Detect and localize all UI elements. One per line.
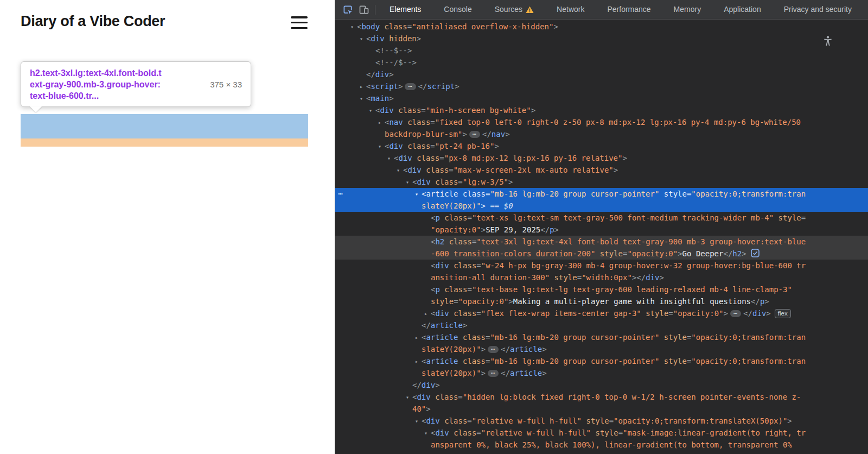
collapsed-content-button[interactable]: ⋯ (405, 83, 416, 90)
node-overflow-menu-icon[interactable]: ⋯ (338, 188, 343, 200)
flex-badge[interactable]: flex (775, 309, 791, 318)
syntax-tg: div (646, 273, 659, 282)
syntax-tg: article (426, 357, 458, 365)
disclosure-arrow-icon[interactable]: ▸ (360, 81, 366, 93)
syntax-at: class (431, 178, 458, 186)
tab-console[interactable]: Console (432, 0, 483, 20)
device-toolbar-button[interactable] (356, 0, 372, 20)
tree-node[interactable]: ▸<article class="mb-16 lg:mb-20 group cu… (335, 355, 868, 367)
tree-node[interactable]: <!--/$--> (335, 56, 868, 68)
tree-node[interactable]: 40"> (335, 403, 868, 415)
tree-node[interactable]: ▾<div hidden> (335, 33, 868, 45)
disclosure-arrow-icon[interactable]: ▾ (360, 93, 366, 105)
syntax-va: "min-h-screen bg-white" (426, 106, 531, 115)
tree-node[interactable]: slateY(20px)">⋯</article> (335, 343, 868, 355)
syntax-at: class (449, 309, 477, 318)
disclosure-arrow-icon[interactable]: ▾ (397, 165, 403, 176)
tab-sources[interactable]: Sources (483, 0, 545, 20)
tree-node[interactable]: ▾<div class="max-w-screen-2xl mx-auto re… (335, 164, 868, 176)
syntax-va: "text-3xl lg:text-4xl font-bold text-gra… (476, 237, 806, 246)
syntax-pu: </ (366, 70, 375, 79)
disclosure-arrow-icon[interactable]: ▸ (378, 117, 385, 129)
disclosure-arrow-icon[interactable]: ▾ (350, 21, 357, 33)
tree-node[interactable]: ▾<main> (335, 92, 868, 104)
syntax-pu: = (458, 393, 462, 401)
tree-node[interactable]: "opacity:0">SEP 29, 2025</p> (335, 224, 868, 236)
hovered-h2-node[interactable]: <h2 class="text-3xl lg:text-4xl font-bol… (335, 236, 868, 248)
syntax-pu: > (481, 201, 486, 210)
disclosure-arrow-icon[interactable]: ▾ (387, 153, 394, 165)
syntax-pu: </ (418, 82, 427, 91)
disclosure-arrow-icon[interactable]: ▸ (415, 332, 422, 344)
tooltip-selector-line: ext-gray-900.mb-3.group-hover: (30, 79, 162, 90)
tree-node[interactable]: ▸<article class="mb-16 lg:mb-20 group cu… (335, 331, 868, 343)
hamburger-menu-button[interactable] (291, 16, 308, 29)
tree-node[interactable]: ▾<div class="pt-24 pb-16"> (335, 140, 868, 152)
disclosure-arrow-icon[interactable]: ▾ (406, 392, 412, 403)
tree-node[interactable]: </div> (335, 68, 868, 80)
syntax-tg: div (422, 381, 435, 389)
tree-node[interactable]: ansparent 0%, black 25%, black 100%), li… (335, 439, 868, 451)
inspect-element-button[interactable] (340, 0, 356, 20)
disclosure-arrow-icon[interactable]: ▾ (360, 33, 366, 45)
tree-node[interactable]: ▾<div class="min-h-screen bg-white"> (335, 104, 868, 116)
syntax-cm: <!--$--> (375, 46, 412, 55)
tree-node[interactable]: ▸<nav class="fixed top-0 left-0 right-0 … (335, 116, 868, 128)
collapsed-content-button[interactable]: ⋯ (488, 346, 499, 353)
selected-article-node[interactable]: ⋯▾<article class="mb-16 lg:mb-20 group c… (335, 188, 868, 200)
syntax-pu: = (467, 417, 471, 425)
disclosure-arrow-icon[interactable]: ▸ (415, 356, 422, 368)
hovered-h2-node-continuation[interactable]: -600 transition-colors duration-200" sty… (335, 248, 868, 260)
tab-label: Elements (390, 0, 421, 19)
syntax-at: class (458, 333, 486, 342)
syntax-va: "relative w-full h-full" (481, 428, 591, 437)
tree-node[interactable]: ansition-all duration-300" style="width:… (335, 272, 868, 283)
selected-article-node-continuation[interactable]: slateY(20px)"> == $0 (335, 200, 868, 212)
tree-node[interactable]: ▾<div class="px-8 md:px-12 lg:px-16 py-1… (335, 152, 868, 164)
syntax-at: style (595, 249, 623, 258)
syntax-pu: = (421, 106, 425, 115)
disclosure-arrow-icon[interactable]: ▾ (369, 105, 375, 117)
collapsed-content-button[interactable]: ⋯ (469, 131, 480, 138)
tab-elements[interactable]: Elements (378, 0, 432, 20)
tab-application[interactable]: Application (712, 0, 773, 20)
tree-node[interactable]: </div> (335, 379, 868, 391)
disclosure-arrow-icon[interactable]: ▾ (378, 141, 385, 153)
collapsed-content-button[interactable]: ⋯ (730, 310, 741, 317)
syntax-tg: nav (389, 118, 403, 127)
tree-node[interactable]: ▸<script>⋯</script> (335, 80, 868, 92)
tree-node[interactable]: slateY(20px)">⋯</article> (335, 367, 868, 379)
tree-node[interactable]: ▾<div class="lg:w-3/5"> (335, 176, 868, 188)
disclosure-arrow-icon[interactable]: ▾ (415, 415, 422, 427)
tree-node[interactable]: ▾<body class="antialiased overflow-x-hid… (335, 21, 868, 33)
tree-node[interactable]: ▾<div class="relative w-full h-full" sty… (335, 415, 868, 427)
tab-memory[interactable]: Memory (662, 0, 713, 20)
node-action-icon[interactable] (751, 249, 760, 261)
tree-node[interactable]: ▾<div class="relative w-full h-full" sty… (335, 427, 868, 439)
accessibility-person-icon[interactable] (821, 34, 835, 48)
disclosure-arrow-icon[interactable]: ▸ (424, 308, 431, 320)
disclosure-arrow-icon[interactable]: ▾ (406, 176, 412, 188)
tree-node[interactable]: <p class="text-base lg:text-lg text-gray… (335, 283, 868, 295)
tree-node[interactable]: style="opacity:0">Making a multi-player … (335, 295, 868, 307)
tree-node[interactable]: backdrop-blur-sm">⋯</nav> (335, 128, 868, 140)
syntax-tx: Go Deeper (682, 249, 724, 258)
disclosure-arrow-icon[interactable]: ▾ (424, 427, 431, 439)
tree-node[interactable]: </article> (335, 319, 868, 331)
syntax-va: "opacity:0;transform:tran (691, 357, 806, 365)
tab-network[interactable]: Network (545, 0, 596, 20)
syntax-va: "mb-16 lg:mb-20 group cursor-pointer" (490, 333, 659, 342)
tree-node[interactable]: ▸<div class="flex flex-wrap items-center… (335, 307, 868, 319)
tree-node[interactable]: ▾<div class="hidden lg:block fixed right… (335, 391, 868, 403)
tooltip-dimensions: 375 × 33 (210, 80, 242, 89)
syntax-tg: div (398, 154, 412, 162)
tab-performance[interactable]: Performance (596, 0, 662, 20)
tree-node[interactable]: <p class="text-xs lg:text-sm text-gray-5… (335, 212, 868, 224)
syntax-va: -600 transition-colors duration-200" (431, 249, 595, 258)
tab-label: Performance (607, 0, 650, 19)
tree-node[interactable]: <!--$--> (335, 45, 868, 56)
tree-node[interactable]: <div class="w-24 h-px bg-gray-300 mb-4 g… (335, 260, 868, 272)
tab-privacy-and-security[interactable]: Privacy and security (773, 0, 863, 20)
disclosure-arrow-icon[interactable]: ▾ (415, 188, 422, 200)
collapsed-content-button[interactable]: ⋯ (488, 370, 499, 377)
